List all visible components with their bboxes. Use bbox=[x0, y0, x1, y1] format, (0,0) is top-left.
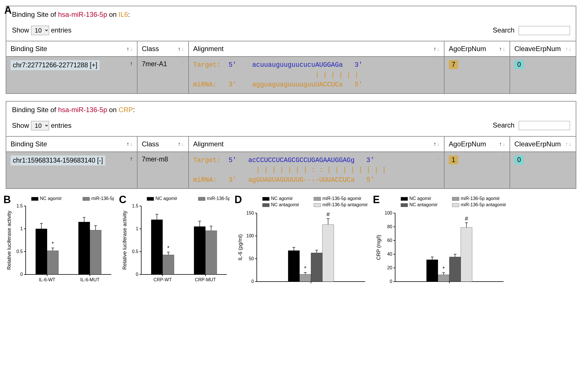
chart-B: NC agomirmiR-136-5p agomir00.511.5Relati… bbox=[6, 196, 114, 293]
annotation: # bbox=[326, 211, 330, 217]
col-header-ago[interactable]: AgoErpNum↑↓ bbox=[444, 41, 510, 56]
legend-label: NC antagomir bbox=[271, 202, 299, 207]
legend-swatch bbox=[401, 197, 408, 201]
col-header-binding[interactable]: Binding Site↑↓ bbox=[6, 137, 138, 151]
binding-table-crp: Binding Site of hsa-miR-136-5p on CRP: S… bbox=[6, 101, 576, 189]
search-box: Search bbox=[493, 26, 570, 35]
class-cell: 7mer-A1↑ bbox=[138, 57, 189, 93]
y-tick-label: 100 bbox=[385, 211, 392, 215]
bar bbox=[427, 260, 438, 282]
y-tick-label: 0.5 bbox=[17, 249, 23, 254]
bar bbox=[322, 225, 334, 282]
col-header-cleave[interactable]: CleaveErpNum↑↓ bbox=[510, 137, 576, 151]
alignment-cell: Target: 5' acuuauguuguucucuAUGGAGa 3' Ta… bbox=[189, 57, 444, 93]
col-header-class[interactable]: Class↑↓ bbox=[138, 41, 189, 56]
legend-label: miR-136-5p agomir bbox=[461, 196, 500, 201]
panel-label-A: A bbox=[4, 4, 12, 16]
bar bbox=[163, 255, 174, 274]
y-tick-label: 1 bbox=[20, 226, 23, 231]
legend-label: NC antagomir bbox=[409, 202, 438, 207]
annotation: * bbox=[442, 265, 445, 272]
y-tick-label: 1 bbox=[136, 226, 138, 231]
panel-label-C: C bbox=[119, 194, 126, 206]
panel-label-D: D bbox=[235, 194, 242, 206]
col-header-binding[interactable]: Binding Site↑↓ bbox=[6, 41, 138, 56]
legend-swatch bbox=[147, 197, 154, 201]
bar bbox=[288, 250, 300, 282]
legend-swatch bbox=[452, 197, 459, 201]
bar bbox=[438, 275, 449, 282]
bar bbox=[90, 230, 101, 274]
chart-E: NC agomirmiR-136-5p agomirNC antagomirmi… bbox=[375, 196, 506, 304]
search-box: Search bbox=[493, 121, 570, 130]
chart-panel-E: ENC agomirmiR-136-5p agomirNC antagomirm… bbox=[375, 196, 506, 304]
legend-label: NC agomir bbox=[155, 196, 177, 201]
y-tick-label: 0.5 bbox=[132, 249, 138, 254]
y-tick-label: 1.5 bbox=[132, 203, 138, 208]
col-header-alignment[interactable]: Alignment↑↓ bbox=[189, 137, 444, 151]
col-header-ago[interactable]: AgoErpNum↑↓ bbox=[444, 137, 510, 151]
chart-panel-B: BNC agomirmiR-136-5p agomir00.511.5Relat… bbox=[6, 196, 114, 304]
bar bbox=[449, 257, 461, 282]
class-cell: 7mer-m8↑ bbox=[138, 152, 189, 189]
entries-select[interactable]: 10 bbox=[31, 26, 49, 35]
show-entries: Show 10 entries bbox=[12, 26, 71, 35]
y-tick-label: 100 bbox=[246, 233, 254, 238]
x-tick-label: CRP-MUT bbox=[195, 277, 216, 282]
legend-swatch bbox=[83, 197, 90, 201]
annotation: * bbox=[52, 241, 54, 247]
bar bbox=[311, 253, 322, 282]
colon: : bbox=[133, 106, 135, 114]
alignment-cell: Target: 5' acCCUCCUCAGCGCCUGAGAAUGGAGg 3… bbox=[189, 152, 444, 189]
legend-label: NC agomir bbox=[40, 196, 62, 201]
y-tick-label: 0 bbox=[390, 279, 392, 284]
title-prefix: Binding Site of bbox=[12, 11, 58, 18]
chart-panel-D: DNC agomirmiR-136-5p agomirNC antagomirm… bbox=[237, 196, 368, 304]
legend-swatch bbox=[452, 203, 459, 207]
search-input[interactable] bbox=[519, 26, 570, 35]
x-tick-label: CRP-WT bbox=[153, 277, 172, 282]
entries-select[interactable]: 10 bbox=[31, 121, 49, 130]
legend-swatch bbox=[31, 197, 38, 201]
legend-label: NC agomir bbox=[271, 196, 293, 201]
y-tick-label: 60 bbox=[387, 238, 392, 243]
mir-name: hsa-miR-136-5p bbox=[58, 106, 107, 114]
col-header-cleave[interactable]: CleaveErpNum↑↓ bbox=[510, 41, 576, 56]
bar bbox=[300, 274, 311, 282]
show-entries: Show 10 entries bbox=[12, 121, 71, 130]
legend-label: miR-136-5p agomir bbox=[91, 196, 114, 201]
y-tick-label: 150 bbox=[246, 211, 254, 215]
y-tick-label: 0 bbox=[20, 272, 23, 277]
y-tick-label: 20 bbox=[387, 265, 392, 270]
legend-swatch bbox=[262, 197, 269, 201]
colon: : bbox=[128, 11, 130, 18]
search-label: Search bbox=[493, 26, 514, 34]
col-header-alignment[interactable]: Alignment↑↓ bbox=[189, 41, 444, 56]
panel-label-B: B bbox=[3, 194, 11, 206]
charts-row: BNC agomirmiR-136-5p agomir00.511.5Relat… bbox=[6, 196, 576, 304]
cleave-cell: 0↑ bbox=[510, 152, 576, 189]
y-tick-label: 40 bbox=[387, 252, 392, 256]
search-label: Search bbox=[493, 121, 514, 129]
y-tick-label: 50 bbox=[249, 256, 254, 261]
legend-label: miR-136-5p antagomir bbox=[322, 202, 368, 207]
col-header-class[interactable]: Class↑↓ bbox=[138, 137, 189, 151]
annotation: * bbox=[304, 265, 306, 271]
legend-swatch bbox=[262, 203, 269, 207]
search-input[interactable] bbox=[519, 121, 570, 130]
y-tick-label: 80 bbox=[387, 224, 392, 229]
mir-name: hsa-miR-136-5p bbox=[58, 11, 107, 18]
x-tick-label: IL-6-MUT bbox=[80, 277, 100, 282]
y-axis-label: Relative luciferase activity bbox=[122, 211, 128, 270]
bar bbox=[194, 227, 205, 274]
legend-swatch bbox=[401, 203, 408, 207]
table-row: chr1:159683134-159683140 [-]↑ 7mer-m8↑ T… bbox=[6, 152, 576, 189]
table-title: Binding Site of hsa-miR-136-5p on CRP: bbox=[12, 106, 570, 114]
legend-swatch bbox=[314, 203, 321, 207]
cleave-cell: 0↑ bbox=[510, 57, 576, 93]
show-label: Show bbox=[12, 122, 29, 129]
on-text: on bbox=[107, 106, 119, 114]
on-text: on bbox=[107, 11, 119, 18]
legend-swatch bbox=[198, 197, 205, 201]
legend-label: miR-136-5p antagomir bbox=[461, 202, 506, 207]
